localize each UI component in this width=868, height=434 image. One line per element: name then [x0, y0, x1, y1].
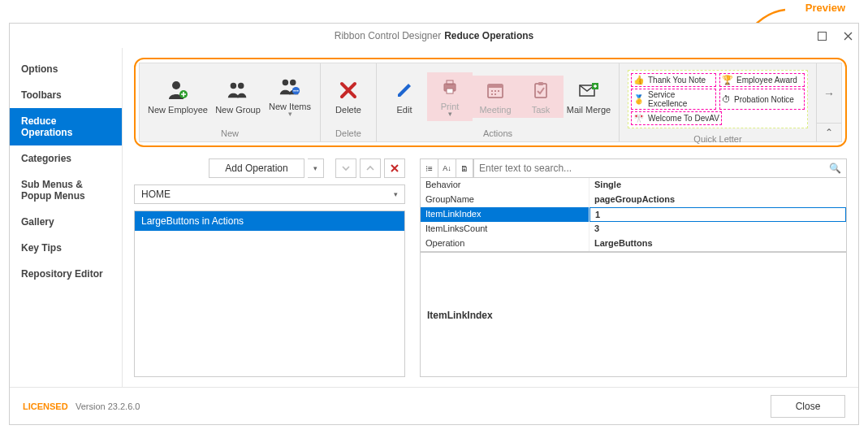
- add-operation-dropdown-button[interactable]: ▾: [308, 158, 324, 178]
- propgrid-search[interactable]: 🔍: [473, 158, 847, 178]
- svg-rect-16: [535, 84, 546, 98]
- svg-point-8: [293, 89, 295, 91]
- ribbon-btn-new-items[interactable]: New Items ▾: [265, 72, 315, 121]
- dialog-window: Ribbon Control Designer Reduce Operation…: [9, 23, 859, 425]
- ribbon-group-delete: Delete Delete: [321, 63, 377, 141]
- prop-value: Single: [589, 178, 846, 193]
- ribbon-group-actions: Edit Print ▾: [377, 63, 620, 141]
- sidebar-item-gallery[interactable]: Gallery: [10, 209, 122, 235]
- ribbon-btn-new-employee[interactable]: New Employee: [145, 76, 211, 118]
- search-icon: 🔍: [829, 163, 841, 174]
- svg-point-5: [283, 79, 288, 85]
- gallery-panel[interactable]: 👍Thank You Note 🏆Employee Award 🥇Service…: [628, 70, 808, 128]
- gallery-item[interactable]: 🎌Welcome To DevAV: [631, 111, 722, 125]
- ribbon-btn-new-group[interactable]: New Group: [211, 76, 265, 118]
- gallery-item-label: Service Excellence: [648, 90, 714, 108]
- ribbon-btn-meeting[interactable]: Meeting: [473, 76, 518, 118]
- titlebar: Ribbon Control Designer Reduce Operation…: [10, 24, 858, 48]
- pencil-icon: [393, 79, 416, 102]
- maximize-button[interactable]: [816, 30, 827, 41]
- operations-list[interactable]: LargeButtons in Actions: [134, 210, 405, 377]
- ribbon-btn-delete[interactable]: Delete: [326, 76, 371, 118]
- sidebar-item-reduce-operations[interactable]: Reduce Operations: [10, 108, 122, 145]
- svg-rect-0: [818, 32, 826, 40]
- clipboard-check-icon: [529, 79, 552, 102]
- property-description-text: ItemLinkIndex: [427, 310, 493, 321]
- ribbon-group-caption: Quick Letter: [620, 132, 816, 147]
- svg-point-9: [296, 89, 297, 91]
- gallery-item[interactable]: ⏱Probation Notice: [719, 89, 805, 110]
- gallery-item[interactable]: 🥇Service Excellence: [631, 89, 716, 110]
- propgrid-pages-button[interactable]: 🗎: [456, 158, 473, 178]
- ribbon-collapse-button[interactable]: ⌃: [817, 124, 841, 141]
- title-page: Reduce Operations: [444, 30, 533, 41]
- sidebar-item-keytips[interactable]: Key Tips: [10, 235, 122, 261]
- prop-value[interactable]: 1: [589, 207, 846, 222]
- prop-value: 3: [589, 222, 846, 237]
- user-plus-icon: [166, 79, 189, 102]
- sidebar-item-options[interactable]: Options: [10, 56, 122, 82]
- property-grid[interactable]: Behavior Single GroupName pageGroupActio…: [420, 178, 847, 252]
- chevron-down-icon: ▾: [288, 110, 292, 118]
- maximize-icon: [818, 32, 827, 41]
- ribbon-next-button[interactable]: →: [817, 63, 841, 124]
- svg-point-6: [290, 79, 296, 85]
- propgrid-alpha-button[interactable]: A↓: [438, 158, 456, 178]
- sort-az-icon: A↓: [443, 164, 451, 172]
- version-label: Version 23.2.6.0: [76, 401, 140, 411]
- svg-point-4: [238, 82, 244, 88]
- chevron-up-icon: ⌃: [825, 127, 833, 138]
- ribbon-btn-label: Task: [532, 105, 551, 115]
- ribbon-btn-edit[interactable]: Edit: [382, 76, 427, 118]
- chevron-down-icon: [341, 163, 351, 173]
- page-selector-combo[interactable]: HOME ▾: [134, 184, 405, 204]
- gallery-item[interactable]: 👍Thank You Note: [631, 73, 716, 87]
- prop-name: Operation: [421, 237, 589, 251]
- property-description: ItemLinkIndex: [420, 252, 847, 377]
- move-down-button[interactable]: [335, 158, 356, 178]
- ribbon-btn-task[interactable]: Task: [518, 76, 564, 118]
- property-row[interactable]: ItemLinksCount 3: [421, 222, 846, 237]
- prop-name: ItemLinkIndex: [421, 207, 589, 222]
- thumbs-up-icon: 👍: [633, 75, 645, 85]
- sidebar-item-toolbars[interactable]: Toolbars: [10, 82, 122, 108]
- property-row[interactable]: Behavior Single: [421, 178, 846, 193]
- users-icon: [227, 79, 249, 102]
- list-item[interactable]: LargeButtons in Actions: [135, 211, 404, 231]
- ribbon-btn-label: Delete: [335, 105, 361, 115]
- propgrid-search-input[interactable]: [479, 163, 829, 174]
- prop-name: ItemLinksCount: [421, 222, 589, 237]
- sidebar-item-repository-editor[interactable]: Repository Editor: [10, 261, 122, 287]
- close-window-button[interactable]: [842, 30, 853, 41]
- sidebar-item-categories[interactable]: Categories: [10, 145, 122, 171]
- trophy-icon: 🏆: [722, 75, 733, 85]
- add-operation-button[interactable]: Add Operation: [209, 158, 304, 178]
- ribbon-btn-label: Meeting: [479, 105, 511, 115]
- calendar-icon: [484, 79, 507, 102]
- move-up-button[interactable]: [360, 158, 381, 178]
- propgrid-categorized-button[interactable]: ⁝≡: [420, 158, 438, 178]
- ribbon-btn-mail-merge[interactable]: Mail Merge: [564, 76, 614, 118]
- chevron-down-icon: ▾: [313, 164, 317, 172]
- property-row[interactable]: ItemLinkIndex 1: [421, 207, 846, 222]
- gallery-item[interactable]: 🏆Employee Award: [719, 73, 805, 87]
- sidebar-item-submenus[interactable]: Sub Menus & Popup Menus: [10, 171, 122, 209]
- ribbon-side-arrows: → ⌃: [817, 63, 841, 141]
- close-button[interactable]: Close: [771, 395, 845, 418]
- remove-operation-button[interactable]: [384, 158, 405, 178]
- prop-name: GroupName: [421, 193, 589, 207]
- prop-value: LargeButtons: [589, 237, 846, 251]
- chevron-down-icon: ▾: [394, 190, 398, 198]
- ribbon-btn-label: New Group: [215, 105, 261, 115]
- x-icon: [337, 79, 360, 102]
- svg-point-3: [231, 82, 236, 88]
- printer-icon: [438, 76, 461, 98]
- prop-name: Behavior: [421, 178, 589, 193]
- prop-value: pageGroupActions: [589, 193, 846, 207]
- property-row[interactable]: Operation LargeButtons: [421, 237, 846, 251]
- ribbon-preview: New Employee New Group: [139, 63, 842, 142]
- property-row[interactable]: GroupName pageGroupActions: [421, 193, 846, 207]
- svg-rect-15: [488, 85, 503, 88]
- ribbon-btn-print[interactable]: Print ▾: [427, 72, 473, 121]
- envelope-plus-icon: [577, 79, 600, 102]
